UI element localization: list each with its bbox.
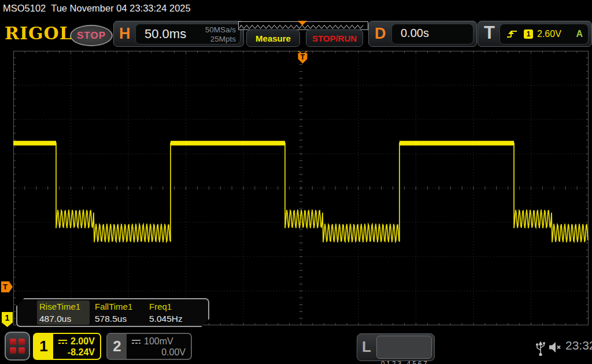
grid-menu-icon <box>18 347 25 354</box>
quick-menu-button[interactable] <box>5 332 30 361</box>
top-status-bar: MSO5102 Tue November 04 23:33:24 2025 <box>3 3 191 14</box>
trigger-inset: 1 2.60V A <box>500 24 589 44</box>
clock-text: 23:32 <box>565 339 592 352</box>
dc-coupling-icon <box>131 339 141 345</box>
measurement-falltime: FallTime1 578.5us <box>95 302 132 324</box>
grid-menu-icon <box>10 347 16 354</box>
delay-label: D <box>375 25 386 43</box>
timebase-value: 50.0ms <box>145 27 186 42</box>
trigger-panel[interactable]: T 1 2.60V A <box>478 21 592 47</box>
channel2-scale: 100mV <box>144 336 173 347</box>
speaker-muted-icon <box>548 340 563 354</box>
trigger-level-value: 2.60V <box>537 29 561 39</box>
memory-depth: 25Mpts <box>205 35 236 44</box>
sound-status[interactable] <box>548 340 563 356</box>
scope-graticule-and-trace: T <box>13 51 589 325</box>
channel2-badge[interactable]: 2 100mV 0.00V <box>106 333 192 360</box>
measure-button[interactable]: Measure <box>246 29 300 47</box>
trigger-label: T <box>484 23 495 43</box>
timebase-inset: 50.0ms 50MSa/s 25Mpts <box>135 24 240 44</box>
svg-text:T: T <box>301 53 305 61</box>
measurement-freq: Freq1 5.045Hz <box>149 302 183 324</box>
channel1-scale: 2.00V <box>71 336 95 347</box>
logic-row1: 0 1 2 3 4 5 6 7 <box>377 359 431 364</box>
measurement-value: 5.045Hz <box>149 314 183 324</box>
channel1-scale-row: 2.00V <box>58 336 95 347</box>
logic-channels-badge[interactable]: L 0 1 2 3 4 5 6 7 8 9 1011 12131415 <box>357 333 435 361</box>
delay-value: 0.00s <box>401 27 429 40</box>
delay-inset: 0.00s <box>391 24 473 44</box>
usb-icon <box>535 338 546 356</box>
datetime-text: Tue November 04 23:33:24 2025 <box>51 3 191 13</box>
measurement-label: FallTime1 <box>95 302 132 311</box>
trigger-level-marker[interactable]: T <box>1 281 13 292</box>
grid-menu-icon <box>18 339 25 345</box>
acquisition-status-badge: STOP <box>70 25 113 46</box>
preview-trigger-marker-icon[interactable] <box>298 21 307 25</box>
measurement-label: Freq1 <box>149 302 183 311</box>
logic-channel-list: 0 1 2 3 4 5 6 7 8 9 1011 12131415 <box>376 336 432 359</box>
top-bar-spacer <box>46 3 51 13</box>
delay-panel[interactable]: D 0.00s <box>368 21 477 47</box>
channel2-number: 2 <box>108 334 127 359</box>
measurement-panel[interactable]: RiseTime1 487.0us FallTime1 578.5us Freq… <box>16 298 209 327</box>
measurement-value: 487.0us <box>39 314 80 324</box>
acquisition-status-label: STOP <box>77 30 106 42</box>
sample-rate: 50MSa/s <box>205 25 236 35</box>
channel1-number: 1 <box>34 334 53 359</box>
channel2-offset: 0.00V <box>161 347 186 358</box>
horizontal-label: H <box>119 25 131 43</box>
usb-status <box>535 338 546 359</box>
horizontal-panel[interactable]: H 50.0ms 50MSa/s 25Mpts <box>113 21 244 47</box>
ch1-position-marker-label: 1 <box>5 313 10 322</box>
measurement-label: RiseTime1 <box>39 302 80 311</box>
rising-edge-icon <box>506 29 519 39</box>
logic-label: L <box>362 338 371 356</box>
sample-rate-readout: 50MSa/s 25Mpts <box>205 25 236 43</box>
stop-run-button[interactable]: STOP/RUN <box>306 29 363 47</box>
grid-menu-icon <box>10 339 16 345</box>
oscilloscope-screen: MSO5102 Tue November 04 23:33:24 2025 RI… <box>0 0 592 364</box>
channel1-badge[interactable]: 1 2.00V -8.24V <box>33 333 101 360</box>
channel2-scale-row: 100mV <box>131 336 173 347</box>
measure-button-label: Measure <box>256 34 291 43</box>
channel1-offset: -8.24V <box>68 347 95 358</box>
rigol-logo: RIGOL <box>5 23 72 43</box>
waveform-plot[interactable]: T <box>13 51 589 325</box>
model-name: MSO5102 <box>3 3 46 13</box>
trigger-sweep-mode: A <box>576 29 583 39</box>
trigger-source-badge: 1 <box>524 29 533 39</box>
ch1-position-marker[interactable]: 1 <box>2 312 13 327</box>
measurement-value: 578.5us <box>95 314 132 324</box>
trigger-level-marker-label: T <box>3 283 8 291</box>
measurement-risetime: RiseTime1 487.0us <box>39 302 80 324</box>
stop-run-button-label: STOP/RUN <box>312 34 357 43</box>
dc-coupling-icon <box>58 339 68 345</box>
